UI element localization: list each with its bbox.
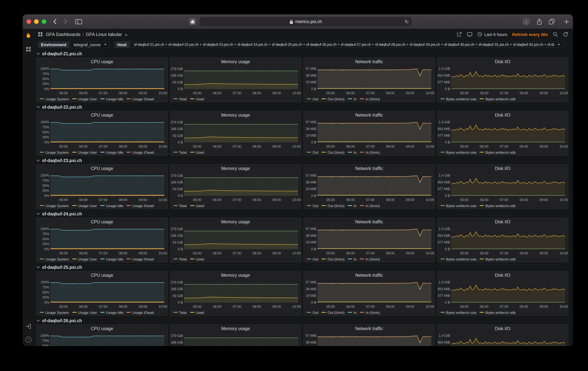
legend-item-used[interactable]: Used [190,203,204,208]
legend-item-in-5min[interactable]: In (5min) [360,203,380,208]
help-icon[interactable]: ? [25,337,32,343]
legend-item-usage-idle[interactable]: Usage Idle [100,150,123,154]
panel-title[interactable]: Memory usage [170,164,301,172]
legend-item-bytes-written-s-sdb[interactable]: Bytes written/s sdb [480,97,515,101]
breadcrumb[interactable]: GFA Dashboards / GFA Linux tabular [46,32,127,37]
legend-item-total[interactable]: Total [173,310,187,314]
panel-title[interactable]: Disk I/O [437,58,568,65]
legend-item-usage-idle[interactable]: Usage Idle [100,310,123,314]
panel-title[interactable]: Network traffic [304,164,434,172]
panel-title[interactable]: Memory usage [170,218,301,225]
legend-item-usage-idle[interactable]: Usage Idle [100,97,123,101]
legend-item-out-5min[interactable]: Out (5min) [322,257,345,261]
panel-title[interactable]: CPU usage [37,58,167,65]
chart-plot[interactable]: 0 B19 MiB38 MiB57 MiB05:0006:0007:0008:0… [304,119,434,150]
minimize-window-button[interactable] [34,19,39,24]
legend-item-usage-iowait[interactable]: Usage IOwait [127,310,154,314]
legend-item-out[interactable]: Out [307,150,318,154]
legend-item-usage-idle[interactable]: Usage Idle [100,203,123,208]
chart-plot[interactable]: 0%25%50%75%100%05:0006:0007:0008:0009:00… [37,225,167,257]
legend-item-in-5min[interactable]: In (5min) [360,97,380,101]
host-dropdown[interactable]: sf-daqbuf-21.psi.ch + sf-daqbuf-22.psi.c… [130,41,563,48]
legend-item-out[interactable]: Out [307,203,318,208]
panel-title[interactable]: CPU usage [37,271,167,279]
panel-title[interactable]: CPU usage [37,111,167,119]
row-toggle-sf-daqbuf-23-psi-ch[interactable]: sf-daqbuf-23.psi.ch [36,158,568,163]
chart-plot[interactable]: 0 B477 MiB954 MiB1.4 GiB05:0006:0007:000… [437,279,568,310]
panel-title[interactable]: Memory usage [170,325,301,332]
panel-title[interactable]: Network traffic [304,271,434,279]
chart-plot[interactable]: 0 B19 MiB38 MiB57 MiB05:0006:0007:0008:0… [304,225,434,257]
legend-item-bytes-written-s-sdb[interactable]: Bytes written/s sdb [480,310,515,314]
back-icon[interactable] [52,19,58,25]
chart-plot[interactable]: 0%25%50%75%100%05:0006:0007:0008:0009:00… [37,172,167,203]
panel-title[interactable]: Memory usage [170,58,301,65]
zoom-window-button[interactable] [42,19,46,24]
legend-item-out[interactable]: Out [307,310,318,314]
panel-title[interactable]: Memory usage [170,271,301,279]
chart-plot[interactable]: 0 B93 GiB186 GiB279 GiB05:0006:0007:0008… [170,172,301,203]
legend-item-used[interactable]: Used [190,150,204,154]
legend-item-used[interactable]: Used [190,257,204,261]
chart-plot[interactable]: 0 B477 MiB954 MiB1.4 GiB05:0006:0007:000… [437,332,568,346]
legend-item-in-5min[interactable]: In (5min) [360,310,380,314]
legend-item-usage-user[interactable]: Usage User [72,97,97,101]
legend-item-usage-system[interactable]: Usage System [40,150,69,154]
chart-plot[interactable]: 0 B477 MiB954 MiB1.4 GiB05:0006:0007:000… [437,172,568,203]
legend-item-out-5min[interactable]: Out (5min) [322,150,345,154]
legend-item-bytes-written-s-sdb[interactable]: Bytes written/s sdb [480,150,515,154]
breadcrumb-dashboard-title[interactable]: GFA Linux tabular [86,32,122,37]
legend-item-in[interactable]: In [348,150,357,154]
legend-item-in[interactable]: In [348,203,357,208]
forward-icon[interactable] [63,19,68,25]
panel-title[interactable]: Disk I/O [437,325,568,332]
panel-title[interactable]: Disk I/O [437,164,568,172]
panel-title[interactable]: Memory usage [170,111,301,119]
legend-item-total[interactable]: Total [173,203,187,208]
chart-plot[interactable]: 0%25%50%75%100%05:0006:0007:0008:0009:00… [37,65,167,96]
legend-item-out-5min[interactable]: Out (5min) [322,310,345,314]
legend-item-total[interactable]: Total [173,97,187,101]
legend-item-bytes-written-s-sda[interactable]: Bytes written/s sda [441,310,476,314]
legend-item-in[interactable]: In [348,97,357,101]
legend-item-in[interactable]: In [348,257,357,261]
close-window-button[interactable] [27,19,31,24]
legend-item-out[interactable]: Out [307,97,318,101]
legend-item-bytes-written-s-sda[interactable]: Bytes written/s sda [441,257,476,261]
legend-item-usage-user[interactable]: Usage User [72,310,97,314]
row-toggle-sf-daqbuf-22-psi-ch[interactable]: sf-daqbuf-22.psi.ch [36,105,568,110]
chart-plot[interactable]: 0%25%50%75%100%05:0006:0007:0008:0009:00… [37,332,167,346]
legend-item-out-5min[interactable]: Out (5min) [322,97,345,101]
row-toggle-sf-daqbuf-24-psi-ch[interactable]: sf-daqbuf-24.psi.ch [36,211,568,216]
refresh-interval-picker[interactable]: Refresh every 30s [512,32,548,37]
legend-item-usage-iowait[interactable]: Usage IOwait [127,97,154,101]
legend-item-usage-system[interactable]: Usage System [40,257,69,261]
panel-title[interactable]: Network traffic [304,325,434,332]
chart-plot[interactable]: 0 B19 MiB38 MiB57 MiB05:0006:0007:0008:0… [304,332,434,346]
apps-icon[interactable] [26,47,31,52]
address-bar[interactable]: metrics.psi.ch ↻ [200,17,412,26]
new-tab-icon[interactable] [564,19,569,24]
legend-item-bytes-written-s-sda[interactable]: Bytes written/s sda [441,203,476,208]
chart-plot[interactable]: 0 B93 GiB186 GiB279 GiB05:0006:0007:0008… [170,225,301,257]
panel-title[interactable]: Network traffic [304,58,434,65]
row-toggle-sf-daqbuf-26-psi-ch[interactable]: sf-daqbuf-26.psi.ch [36,318,568,323]
tv-mode-icon[interactable] [467,32,473,37]
extension-icon[interactable] [189,18,196,25]
reload-icon[interactable]: ↻ [405,19,409,24]
downloads-icon[interactable]: ↓ [523,18,530,25]
legend-item-usage-system[interactable]: Usage System [40,310,69,314]
share-dashboard-icon[interactable] [457,32,462,37]
search-icon[interactable] [553,32,558,37]
chart-plot[interactable]: 0 B19 MiB38 MiB57 MiB05:0006:0007:0008:0… [304,65,434,96]
dashboard-grid-icon[interactable] [38,32,43,37]
legend-item-usage-iowait[interactable]: Usage IOwait [127,257,154,261]
chart-plot[interactable]: 0 B19 MiB38 MiB57 MiB05:0006:0007:0008:0… [304,279,434,310]
legend-item-bytes-written-s-sdb[interactable]: Bytes written/s sdb [480,257,515,261]
legend-item-bytes-written-s-sda[interactable]: Bytes written/s sda [441,150,476,154]
legend-item-in-5min[interactable]: In (5min) [360,257,380,261]
panel-title[interactable]: Network traffic [304,111,434,119]
grafana-logo-icon[interactable] [25,32,32,39]
chart-plot[interactable]: 0 B93 GiB186 GiB279 GiB05:0006:0007:0008… [170,279,301,310]
chart-plot[interactable]: 0 B93 GiB186 GiB279 GiB05:0006:0007:0008… [170,65,301,96]
